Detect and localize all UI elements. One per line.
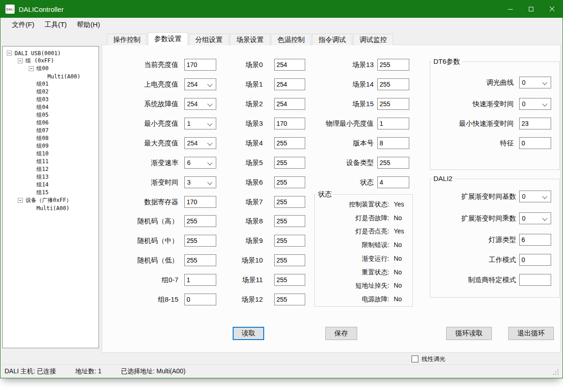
collapse-icon[interactable]: [29, 66, 34, 71]
read-button[interactable]: 读取: [233, 327, 264, 340]
tree-item-group01[interactable]: 组01: [3, 80, 99, 88]
tab-parameter-settings[interactable]: 参数设置: [148, 32, 188, 45]
minimize-button[interactable]: [500, 0, 521, 18]
status-value: No: [394, 213, 402, 222]
loop-read-button[interactable]: 循环读取: [446, 327, 492, 340]
combo-value: 1: [187, 120, 191, 127]
tree-item-multi-a00[interactable]: Multi(A00): [3, 72, 99, 80]
window-title: DALIController: [19, 5, 63, 13]
fast-fade-time-combobox[interactable]: 0: [519, 98, 551, 110]
tree-item-device-broadcast[interactable]: 设备（广播0xFF）: [3, 196, 99, 204]
tree-item-group13[interactable]: 组13: [3, 173, 99, 181]
field-label: 场景7: [201, 196, 263, 208]
scene-11-input[interactable]: [274, 274, 305, 286]
features-input[interactable]: [519, 137, 551, 149]
field-label: 场景4: [201, 137, 263, 149]
tree-item-label: 组15: [36, 189, 48, 196]
tree-item-group11[interactable]: 组11: [3, 158, 99, 165]
field-label: 场景3: [201, 118, 263, 129]
scene-14-input[interactable]: [377, 78, 409, 90]
scene-12-input[interactable]: [274, 294, 305, 305]
field-label: 场景9: [201, 235, 263, 247]
field-label: 随机码（高）: [110, 215, 178, 227]
collapse-icon[interactable]: [7, 51, 12, 56]
status-label: 渐变运行:: [315, 254, 389, 263]
light-source-type-input[interactable]: [519, 234, 551, 246]
tree-item-label: Multi(A00): [47, 73, 80, 80]
device-type-input[interactable]: [377, 157, 409, 169]
tree-item-group04[interactable]: 组04: [3, 103, 99, 111]
tree-item-group06[interactable]: 组06: [3, 119, 99, 127]
operating-mode-input[interactable]: [519, 254, 551, 266]
combo-value: 3: [187, 179, 191, 186]
tree-item-dali-usb[interactable]: DALI USB(0001): [3, 49, 99, 57]
field-label: 场景6: [201, 176, 263, 188]
close-button[interactable]: [542, 0, 563, 18]
tab-operation-control[interactable]: 操作控制: [107, 34, 147, 45]
status-value: Yes: [394, 200, 404, 209]
resize-grip[interactable]: [558, 374, 558, 375]
tab-debug-monitor[interactable]: 调试监控: [353, 34, 393, 45]
menu-item-tools[interactable]: 工具(T): [39, 19, 72, 31]
ext-fade-time-mult-combobox[interactable]: 0: [519, 212, 551, 224]
collapse-icon[interactable]: [18, 198, 23, 203]
scene-15-input[interactable]: [377, 98, 409, 110]
combo-value: 0: [522, 193, 526, 200]
field-label: 最小快速渐变时间: [432, 118, 514, 129]
field-label: 场景2: [201, 98, 263, 110]
min-fast-fade-time-input[interactable]: [519, 118, 551, 129]
scene-7-input[interactable]: [274, 196, 305, 208]
tree-item-group03[interactable]: 组03: [3, 96, 99, 103]
tree-item-group05[interactable]: 组05: [3, 111, 99, 119]
tree-item-group08[interactable]: 组08: [3, 134, 99, 142]
maximize-button[interactable]: [521, 0, 542, 18]
tab-grouping-settings[interactable]: 分组设置: [189, 34, 229, 45]
combo-value: 0: [522, 79, 526, 86]
linear-dimming-checkbox[interactable]: [412, 356, 418, 362]
statusbar-host-status: DALI 主机: 已连接: [5, 365, 56, 378]
ext-fade-time-base-combobox[interactable]: 0: [519, 191, 551, 202]
status-label: 控制装置状态:: [315, 200, 389, 209]
field-label: 版本号: [297, 137, 374, 149]
manufacturer-mode-input[interactable]: [519, 274, 551, 286]
field-label: 场景10: [201, 254, 263, 266]
tree-item-multi-a00[interactable]: Multi(A00): [3, 204, 99, 212]
tab-color-temp-control[interactable]: 色温控制: [271, 34, 311, 45]
linear-dimming-label: 线性调光: [422, 355, 445, 363]
field-label: 场景11: [201, 274, 263, 286]
field-label: 组0-7: [110, 274, 178, 286]
phys-min-level-input[interactable]: [377, 118, 409, 129]
statusbar-selected-address: 已选择地址: Multi(A00): [121, 365, 186, 378]
tab-command-debug[interactable]: 指令调试: [312, 34, 352, 45]
tree-item-group14[interactable]: 组14: [3, 181, 99, 189]
field-label: 调光曲线: [432, 77, 514, 88]
collapse-icon[interactable]: [18, 58, 23, 63]
status-input[interactable]: [377, 176, 409, 188]
tree-item-group02[interactable]: 组02: [3, 88, 99, 96]
tab-scene-settings[interactable]: 场景设置: [230, 34, 270, 45]
field-label: 场景12: [201, 294, 263, 305]
save-button[interactable]: 保存: [325, 327, 357, 340]
combo-value: 254: [187, 100, 198, 108]
field-label: 制造商特定模式: [432, 274, 516, 286]
scene-10-input[interactable]: [274, 254, 305, 266]
field-label: 最小亮度值: [110, 118, 178, 129]
tree-item-group00[interactable]: 组00: [3, 65, 99, 72]
menu-item-file[interactable]: 文件(F): [7, 19, 39, 31]
tree-item-group-root[interactable]: 组 (0xFF): [3, 57, 99, 65]
field-label: 数据寄存器: [110, 196, 178, 208]
tree-item-group10[interactable]: 组10: [3, 150, 99, 158]
dim-curve-combobox[interactable]: 0: [519, 77, 551, 88]
combo-value: 254: [187, 81, 198, 88]
tree-item-group15[interactable]: 组15: [3, 189, 99, 196]
version-input[interactable]: [377, 137, 409, 149]
tree-item-group12[interactable]: 组12: [3, 165, 99, 173]
exit-loop-button[interactable]: 退出循环: [508, 327, 554, 340]
tree-item-group07[interactable]: 组07: [3, 127, 99, 134]
scene-8-input[interactable]: [274, 215, 305, 227]
scene-9-input[interactable]: [274, 235, 305, 247]
title-bar: DALI DALIController: [0, 0, 563, 18]
tree-item-group09[interactable]: 组09: [3, 142, 99, 150]
menu-item-help[interactable]: 帮助(H): [72, 19, 105, 31]
scene-13-input[interactable]: [377, 59, 409, 71]
